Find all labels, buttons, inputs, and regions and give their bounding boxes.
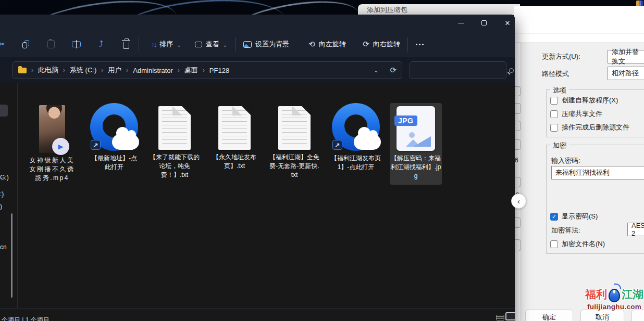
refresh-icon[interactable]: ⟳ <box>390 66 397 75</box>
screen: 添加到压缩包 更新方式(U): 添加并替换文 路径模式 相对路径 选项 创建自释… <box>0 0 644 321</box>
file-name: 女神级新人美女刚播不久诱惑秀.mp4 <box>28 156 76 183</box>
search-input[interactable] <box>415 66 509 75</box>
file-item-image-selected[interactable]: JPG 【解压密码：来福利江湖找福利】.jpg <box>390 103 442 185</box>
set-background-button[interactable]: 设置为背景 <box>241 31 292 57</box>
ok-button[interactable]: 确定 <box>525 310 573 321</box>
breadcrumb-this-pc[interactable]: 此电脑 <box>38 66 58 75</box>
status-bar: 个项目 | 1 个项目 <box>0 308 515 321</box>
file-item-text[interactable]: 【永久地址发布页】.txt <box>209 103 259 171</box>
breadcrumb-desktop[interactable]: 桌面 <box>184 66 198 75</box>
password-input[interactable]: 来福利江湖找福利 <box>551 166 644 179</box>
chevron-right-icon: › <box>178 67 180 74</box>
covered-control-fragment <box>515 239 521 251</box>
path-mode-select[interactable]: 相对路径 <box>608 67 644 80</box>
minimize-button[interactable] <box>449 15 472 31</box>
breadcrumb-administrator[interactable]: Administrator <box>133 67 173 74</box>
thumbnail-view-toggle[interactable] <box>505 312 515 320</box>
file-item-text[interactable]: 【来了就能下载的论坛，纯免费！】.txt <box>150 103 200 179</box>
image-icon <box>243 41 252 48</box>
sort-button[interactable]: ↑↓ 排序 ⌄ <box>148 31 184 57</box>
sidebar-item-fragment <box>0 105 8 117</box>
checkbox-row-share[interactable]: 压缩共享文件 <box>550 109 602 119</box>
share-button[interactable]: ⤴ <box>94 31 108 57</box>
address-bar[interactable]: › 此电脑 › 系统 (C:) › 用户 › Administrator › 桌… <box>13 61 402 79</box>
file-name: 【福利江湖】全免费-无套路-更新快.txt <box>269 153 319 179</box>
file-item-text[interactable]: 【福利江湖】全免费-无套路-更新快.txt <box>269 103 319 179</box>
more-options-button[interactable] <box>412 31 427 57</box>
file-name: 【永久地址发布页】.txt <box>209 153 259 171</box>
share-files-checkbox[interactable] <box>550 110 558 118</box>
watermark-brand-left: 福利 <box>585 287 607 302</box>
search-box[interactable] <box>410 61 506 79</box>
play-icon: ▶ <box>52 138 69 155</box>
checkbox-row-delete-source[interactable]: 操作完成后删除源文件 <box>550 123 629 132</box>
delete-button[interactable] <box>119 31 133 57</box>
archive-dialog-titlebar[interactable]: 添加到压缩包 <box>358 4 520 15</box>
ok-button-label: 确定 <box>542 313 556 321</box>
share-files-checkbox-label: 压缩共享文件 <box>562 109 602 119</box>
panel-collapse-button[interactable]: ‹ <box>511 194 526 209</box>
ellipsis-icon <box>416 44 424 45</box>
shortcut-arrow-icon: ↗ <box>332 140 342 150</box>
toolbar-separator <box>139 37 139 52</box>
watermark-domain: fulijianghu.com <box>585 303 644 311</box>
paste-button[interactable] <box>44 31 58 57</box>
details-view-toggle[interactable] <box>496 315 504 320</box>
delete-source-checkbox-label: 操作完成后删除源文件 <box>562 123 629 132</box>
chevron-down-icon: ⌄ <box>223 42 227 48</box>
text-file-icon <box>218 106 251 150</box>
file-item-video[interactable]: ▶ 女神级新人美女刚播不久诱惑秀.mp4 <box>27 103 77 183</box>
cut-button[interactable]: ✂ <box>0 31 9 57</box>
view-button[interactable]: 查看 ⌄ <box>193 31 229 57</box>
checkbox-row-sfx[interactable]: 创建自释放程序(X) <box>550 96 618 105</box>
update-mode-select[interactable]: 添加并替换文 <box>608 50 644 63</box>
rename-icon <box>72 41 81 47</box>
breadcrumb-users[interactable]: 用户 <box>108 66 121 75</box>
encrypt-names-checkbox[interactable] <box>550 240 558 248</box>
help-button-fragment[interactable] <box>631 310 644 321</box>
breadcrumb-pf128[interactable]: PF128 <box>209 67 229 74</box>
rotate-right-icon: ⟳ <box>363 40 369 49</box>
path-mode-label: 路径模式 <box>542 69 569 79</box>
breadcrumb-drive-c[interactable]: 系统 (C:) <box>70 66 96 75</box>
view-label: 查看 <box>206 40 219 49</box>
file-explorer-window: ✕ ✂ ⤴ ↑↓ 排序 ⌄ <box>0 15 515 321</box>
browser-icon: ↗ <box>90 103 138 151</box>
sidebar-scrollbar-thumb[interactable] <box>11 213 13 298</box>
rotate-right-label: 向右旋转 <box>373 40 400 49</box>
sidebar-item-fragment: :) <box>0 190 4 198</box>
explorer-titlebar[interactable]: ✕ <box>0 15 515 31</box>
copy-icon <box>22 40 30 48</box>
rename-button[interactable] <box>69 31 83 57</box>
show-password-checkbox[interactable]: ✓ <box>550 213 558 221</box>
file-item-shortcut[interactable]: ↗ 【最新地址】-点此打开 <box>89 103 139 172</box>
browser-icon: ↗ <box>332 103 380 151</box>
close-button[interactable]: ✕ <box>496 15 515 31</box>
chevron-left-icon: ‹ <box>517 197 520 206</box>
delete-source-checkbox[interactable] <box>550 124 558 132</box>
chevron-right-icon: › <box>101 67 103 74</box>
file-item-shortcut[interactable]: ↗ 【福利江湖发布页1】-点此打开 <box>331 103 381 172</box>
address-band: › 此电脑 › 系统 (C:) › 用户 › Administrator › 桌… <box>0 57 515 83</box>
toolbar-separator <box>236 37 236 52</box>
algorithm-select[interactable]: AES-2 <box>627 223 644 236</box>
cancel-button[interactable]: 取消 <box>580 310 624 321</box>
rotate-right-button[interactable]: ⟳ 向右旋转 <box>357 31 405 57</box>
checkbox-row-encrypt-names[interactable]: 加密文件名(N) <box>550 239 605 249</box>
search-icon <box>509 68 514 73</box>
maximize-button[interactable] <box>473 15 496 31</box>
watermark: 福利 江湖 fulijianghu.com <box>585 287 644 311</box>
shortcut-arrow-icon: ↗ <box>91 140 101 150</box>
sidebar-splitter[interactable] <box>17 83 18 308</box>
rotate-left-button[interactable]: ⟲ 向左旋转 <box>303 31 351 57</box>
copy-button[interactable] <box>19 31 33 57</box>
checkbox-row-show-password[interactable]: ✓ 显示密码(S) <box>550 212 598 221</box>
sfx-checkbox[interactable] <box>550 97 558 105</box>
file-list-area[interactable]: G:) :) ) cn ▶ 女神级新人美女刚播不久诱惑秀.mp4 ↗ 【最新地址… <box>0 83 515 308</box>
watermark-brand-right: 江湖 <box>622 287 643 302</box>
address-dropdown-icon[interactable]: ⌄ <box>374 67 378 74</box>
toolbar-separator <box>407 37 408 52</box>
covered-control-fragment <box>515 217 521 228</box>
encryption-group-title: 加密 <box>550 141 569 150</box>
covered-control-fragment <box>515 121 521 131</box>
